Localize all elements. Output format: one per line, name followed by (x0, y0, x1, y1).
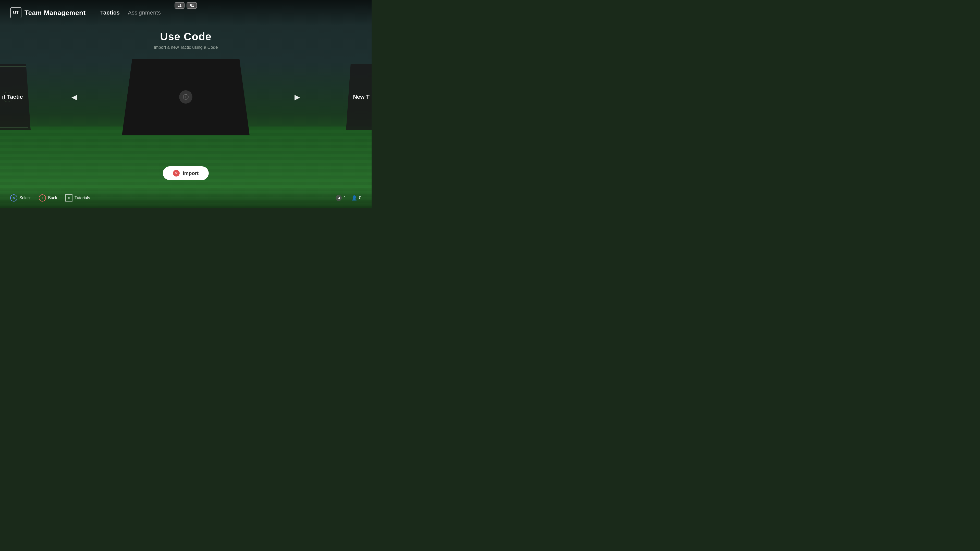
logo-area: UT Team Management (10, 7, 86, 18)
person-count: 0 (359, 195, 361, 200)
tutorials-label: Tutorials (75, 196, 90, 200)
l1-button[interactable]: L1 (175, 2, 185, 9)
nav-count: 1 (344, 195, 346, 200)
ctrl-tutorials: ≡ Tutorials (65, 194, 90, 202)
bottom-bar: ✕ Select ○ Back ≡ Tutorials ◀ 1 👤 0 (0, 188, 372, 208)
x-button-icon: ✕ (10, 194, 18, 202)
left-card-label: it Tactic (0, 94, 23, 100)
page-subtitle: Import a new Tactic using a Code (154, 45, 218, 50)
arrow-left[interactable]: ◀ (72, 93, 77, 101)
person-icon: 👤 (352, 195, 357, 201)
bottom-right-info: ◀ 1 👤 0 (336, 195, 361, 201)
bottom-controls: ✕ Select ○ Back ≡ Tutorials (10, 194, 90, 202)
arrow-right[interactable]: ▶ (294, 93, 300, 101)
page-title: Use Code (160, 30, 212, 43)
person-count-item: 👤 0 (352, 195, 361, 201)
import-label: Import (183, 170, 199, 176)
header-divider (93, 8, 93, 17)
center-card-icon: i (179, 90, 192, 103)
svg-text:i: i (185, 95, 186, 99)
import-button[interactable]: ✕ Import (163, 166, 209, 180)
app-logo: UT (10, 7, 21, 18)
o-button-icon: ○ (39, 194, 46, 202)
back-label: Back (48, 196, 57, 200)
controller-hints-top: L1 R1 (175, 2, 197, 9)
import-x-icon: ✕ (173, 170, 180, 176)
nav-tabs: Tactics Assignments (100, 10, 161, 16)
select-label: Select (19, 196, 30, 200)
ctrl-back: ○ Back (39, 194, 57, 202)
app-title: Team Management (24, 9, 86, 17)
nav-count-item: ◀ 1 (336, 195, 346, 201)
center-card[interactable]: i (122, 59, 250, 135)
tab-assignments[interactable]: Assignments (128, 10, 161, 16)
ctrl-select: ✕ Select (10, 194, 30, 202)
r1-button[interactable]: R1 (186, 2, 197, 9)
tab-tactics[interactable]: Tactics (100, 10, 120, 16)
nav-arrow-icon: ◀ (336, 195, 342, 201)
right-card-label: New T (353, 94, 372, 100)
square-button-icon: ≡ (65, 194, 73, 202)
